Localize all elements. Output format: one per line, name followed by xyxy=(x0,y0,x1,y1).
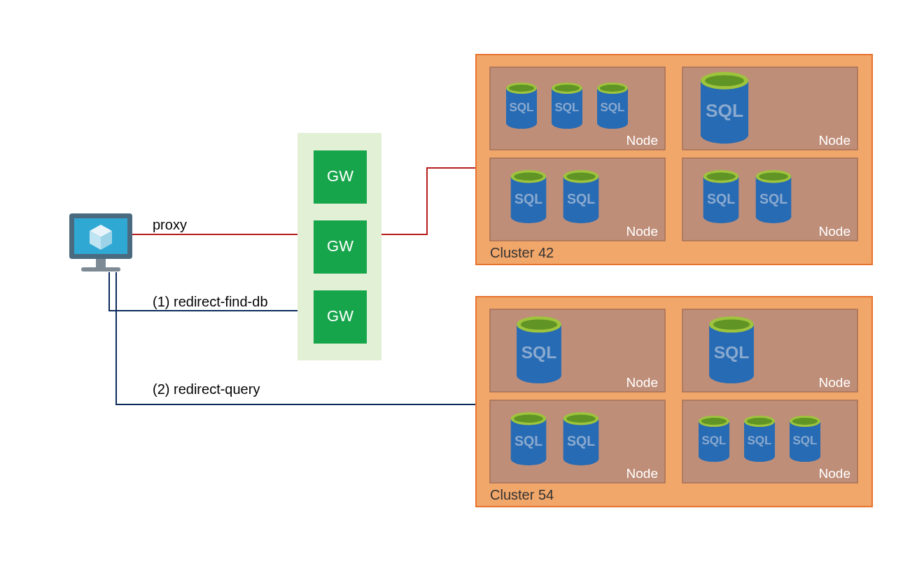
node-label: Node xyxy=(819,375,850,390)
svg-point-40 xyxy=(517,367,561,383)
sql-label: SQL xyxy=(522,343,557,362)
svg-point-38 xyxy=(759,173,788,181)
sql-label: SQL xyxy=(567,433,595,449)
architecture-diagram: proxy(1) redirect-find-db(2) redirect-qu… xyxy=(0,0,924,578)
sql-label: SQL xyxy=(706,100,743,121)
sql-label: SQL xyxy=(514,433,542,449)
sql-label: SQL xyxy=(748,434,772,447)
sql-label: SQL xyxy=(760,191,788,206)
redirect-find-label: (1) redirect-find-db xyxy=(153,294,268,309)
sql-db: SQL xyxy=(701,72,748,143)
node-label: Node xyxy=(819,224,850,239)
svg-rect-6 xyxy=(81,267,120,272)
sql-db: SQL xyxy=(564,170,599,223)
sql-db: SQL xyxy=(756,170,792,223)
cluster-label-Cluster 42: Cluster 42 xyxy=(490,245,554,260)
gateway-label-2: GW xyxy=(327,237,354,255)
svg-point-64 xyxy=(790,451,820,462)
sql-db: SQL xyxy=(511,170,547,223)
sql-db: SQL xyxy=(699,416,729,462)
sql-db: SQL xyxy=(506,83,537,129)
sql-label: SQL xyxy=(714,343,750,362)
svg-point-34 xyxy=(706,173,735,181)
svg-point-62 xyxy=(747,418,772,425)
sql-label: SQL xyxy=(702,434,727,447)
svg-point-24 xyxy=(511,211,547,223)
svg-point-52 xyxy=(564,453,599,465)
sql-db: SQL xyxy=(704,170,739,223)
sql-db: SQL xyxy=(744,416,775,462)
svg-point-28 xyxy=(564,211,599,223)
sql-label: SQL xyxy=(514,191,542,206)
sql-label: SQL xyxy=(601,101,625,114)
svg-point-22 xyxy=(705,76,744,87)
gateway-label-1: GW xyxy=(327,167,354,185)
svg-point-58 xyxy=(701,418,727,425)
redirect-query-label: (2) redirect-query xyxy=(153,381,260,397)
svg-point-44 xyxy=(709,367,754,383)
svg-point-32 xyxy=(704,211,739,223)
svg-point-8 xyxy=(506,118,537,129)
sql-label: SQL xyxy=(510,101,534,114)
svg-point-42 xyxy=(521,320,557,330)
node-label: Node xyxy=(819,133,850,148)
svg-point-56 xyxy=(699,451,729,462)
svg-point-66 xyxy=(792,418,818,425)
node-label: Node xyxy=(626,224,658,239)
svg-point-48 xyxy=(511,453,547,465)
sql-label: SQL xyxy=(793,434,818,447)
svg-point-20 xyxy=(701,126,748,143)
node-label: Node xyxy=(626,466,658,481)
svg-point-12 xyxy=(552,118,582,129)
svg-point-14 xyxy=(554,85,580,92)
svg-point-60 xyxy=(744,451,775,462)
svg-point-46 xyxy=(713,320,750,330)
sql-db: SQL xyxy=(511,412,547,465)
svg-point-18 xyxy=(600,85,625,92)
node-label: Node xyxy=(626,133,658,148)
client-computer-icon xyxy=(69,213,132,272)
node-label: Node xyxy=(626,375,658,390)
node-label: Node xyxy=(819,466,850,481)
sql-db: SQL xyxy=(597,83,628,129)
sql-label: SQL xyxy=(555,101,580,114)
sql-db: SQL xyxy=(709,316,754,383)
sql-label: SQL xyxy=(707,191,735,206)
svg-point-54 xyxy=(566,415,595,423)
svg-point-36 xyxy=(756,211,792,223)
svg-point-30 xyxy=(566,173,595,181)
sql-label: SQL xyxy=(567,191,595,206)
sql-db: SQL xyxy=(564,412,599,465)
svg-point-50 xyxy=(514,415,542,423)
cluster-label-Cluster 54: Cluster 54 xyxy=(490,487,554,502)
svg-point-26 xyxy=(514,173,542,181)
svg-rect-5 xyxy=(96,259,106,267)
svg-point-16 xyxy=(597,118,628,129)
sql-db: SQL xyxy=(790,416,820,462)
sql-db: SQL xyxy=(517,316,561,383)
sql-db: SQL xyxy=(552,83,582,129)
gateway-label-3: GW xyxy=(327,307,354,325)
svg-point-10 xyxy=(509,85,534,92)
proxy-label: proxy xyxy=(153,217,187,232)
